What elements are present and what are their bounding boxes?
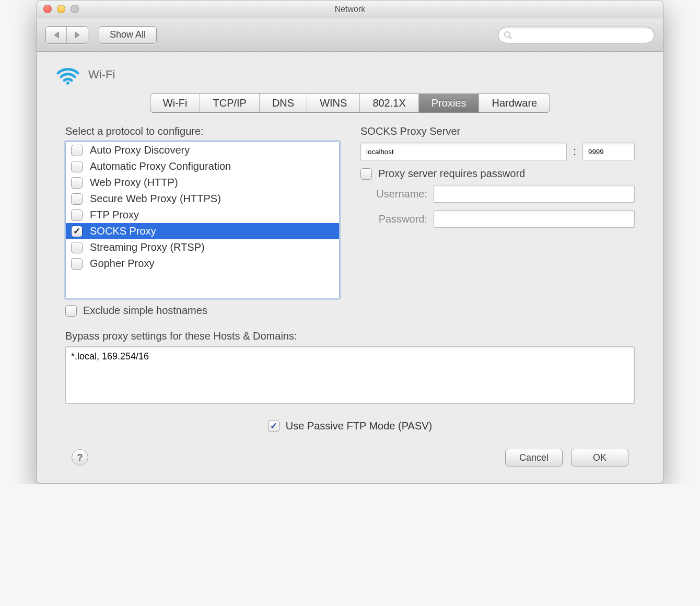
window-title: Network [335, 5, 366, 14]
protocol-row[interactable]: SOCKS Proxy [66, 223, 339, 239]
host-port-separator: : [573, 145, 576, 158]
username-label: Username: [360, 188, 434, 200]
tab-hardware[interactable]: Hardware [479, 94, 550, 112]
protocol-row[interactable]: Automatic Proxy Configuration [66, 158, 339, 174]
exclude-simple-hostnames-row: Exclude simple hostnames [65, 305, 340, 317]
tab-tcp-ip[interactable]: TCP/IP [200, 94, 259, 112]
help-button[interactable]: ? [72, 449, 88, 466]
requires-password-row: Proxy server requires password [360, 168, 635, 180]
proxy-port-input[interactable] [582, 143, 635, 160]
passive-ftp-row: Use Passive FTP Mode (PASV) [65, 420, 635, 432]
close-window-button[interactable] [43, 5, 52, 13]
passive-ftp-label: Use Passive FTP Mode (PASV) [286, 420, 432, 432]
back-button[interactable] [46, 27, 67, 43]
tab-dns[interactable]: DNS [260, 94, 307, 112]
preferences-window: Network Show All Wi-Fi Wi-FiTCP/IPDNSWIN… [37, 0, 663, 484]
svg-point-2 [66, 81, 69, 85]
protocol-row[interactable]: Auto Proxy Discovery [66, 142, 339, 158]
bypass-label: Bypass proxy settings for these Hosts & … [65, 330, 635, 342]
chevron-left-icon [54, 31, 59, 39]
password-label: Password: [360, 213, 434, 225]
svg-line-1 [509, 37, 511, 39]
protocol-checkbox[interactable] [71, 209, 83, 221]
bypass-textarea[interactable] [65, 346, 635, 404]
tab-proxies[interactable]: Proxies [419, 94, 480, 112]
nav-back-forward [45, 26, 88, 44]
proxy-host-port-row: : [360, 143, 635, 160]
forward-button[interactable] [67, 27, 88, 43]
protocol-row[interactable]: Secure Web Proxy (HTTPS) [66, 191, 339, 207]
bypass-section: Bypass proxy settings for these Hosts & … [65, 330, 635, 406]
titlebar[interactable]: Network [37, 1, 663, 18]
minimize-window-button[interactable] [57, 5, 65, 13]
requires-password-checkbox[interactable] [360, 168, 372, 180]
protocol-checkbox[interactable] [71, 161, 83, 172]
protocol-row[interactable]: Web Proxy (HTTP) [66, 174, 339, 191]
chevron-right-icon [75, 31, 80, 39]
wifi-icon [56, 64, 80, 85]
protocol-label: Automatic Proxy Configuration [90, 160, 231, 172]
protocols-label: Select a protocol to configure: [65, 125, 340, 137]
cancel-button[interactable]: Cancel [505, 449, 563, 467]
protocols-column: Select a protocol to configure: Auto Pro… [65, 125, 340, 317]
protocol-row[interactable]: Streaming Proxy (RTSP) [66, 239, 339, 255]
protocol-row[interactable]: Gopher Proxy [66, 255, 339, 272]
tab-bar: Wi-FiTCP/IPDNSWINS802.1XProxiesHardware [56, 94, 644, 113]
password-input[interactable] [434, 210, 635, 228]
protocol-label: Secure Web Proxy (HTTPS) [90, 193, 221, 205]
protocol-checkbox[interactable] [71, 145, 83, 156]
exclude-simple-hostnames-label: Exclude simple hostnames [83, 305, 207, 317]
interface-header: Wi-Fi [56, 64, 644, 85]
proxy-host-input[interactable] [360, 143, 567, 160]
credentials-grid: Username: Password: [360, 185, 635, 228]
protocol-row[interactable]: FTP Proxy [66, 207, 339, 223]
tab-wins[interactable]: WINS [307, 94, 360, 112]
proxy-server-title: SOCKS Proxy Server [360, 125, 635, 137]
passive-ftp-checkbox[interactable] [268, 421, 279, 432]
protocol-checkbox[interactable] [71, 258, 83, 270]
tab-802-1x[interactable]: 802.1X [360, 94, 418, 112]
toolbar: Show All [37, 18, 663, 52]
protocols-listbox[interactable]: Auto Proxy DiscoveryAutomatic Proxy Conf… [65, 142, 340, 298]
window-controls [43, 5, 79, 13]
show-all-button[interactable]: Show All [99, 26, 157, 44]
ok-button[interactable]: OK [571, 449, 628, 467]
zoom-window-button[interactable] [71, 5, 79, 13]
toolbar-spacer [167, 27, 655, 43]
protocol-label: Gopher Proxy [90, 258, 154, 270]
interface-name: Wi-Fi [88, 68, 115, 81]
username-input[interactable] [434, 185, 635, 203]
search-icon [504, 31, 512, 39]
protocol-label: FTP Proxy [90, 209, 139, 221]
protocol-label: SOCKS Proxy [90, 225, 156, 237]
proxy-server-column: SOCKS Proxy Server : Proxy server requir… [360, 125, 635, 317]
protocol-checkbox[interactable] [71, 193, 83, 205]
protocol-label: Auto Proxy Discovery [90, 144, 190, 156]
exclude-simple-hostnames-checkbox[interactable] [65, 305, 77, 317]
protocol-label: Web Proxy (HTTP) [90, 177, 178, 189]
protocol-checkbox[interactable] [71, 177, 83, 189]
protocol-label: Streaming Proxy (RTSP) [90, 241, 205, 253]
tab-wi-fi[interactable]: Wi-Fi [150, 94, 201, 112]
protocol-checkbox[interactable] [71, 242, 83, 253]
protocol-checkbox[interactable] [71, 226, 83, 237]
proxies-content: Select a protocol to configure: Auto Pro… [65, 125, 635, 438]
requires-password-label: Proxy server requires password [378, 168, 525, 180]
footer: ? Cancel OK [56, 438, 644, 481]
pane-body: Wi-Fi Wi-FiTCP/IPDNSWINS802.1XProxiesHar… [37, 52, 663, 483]
search-input[interactable] [498, 27, 655, 43]
